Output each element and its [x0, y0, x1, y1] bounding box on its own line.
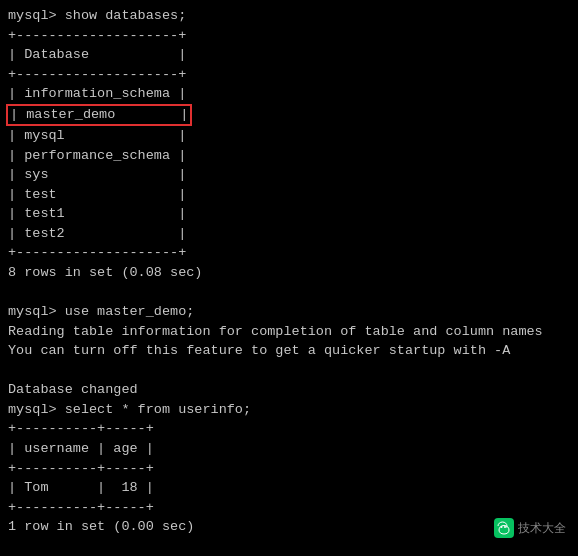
row-test1: | test1 |: [8, 204, 570, 224]
msg-reading-table: Reading table information for completion…: [8, 322, 570, 342]
highlighted-row: | master_demo |: [6, 104, 192, 126]
table-header: | Database |: [8, 45, 570, 65]
userinfo-divider-1: +----------+-----+: [8, 419, 570, 439]
cmd-show-databases: mysql> show databases;: [8, 6, 570, 26]
msg-database-changed: Database changed: [8, 380, 570, 400]
rows-in-set-1: 8 rows in set (0.08 sec): [8, 263, 570, 283]
terminal-window: mysql> show databases; +----------------…: [0, 0, 578, 556]
rows-in-set-2: 1 row in set (0.00 sec): [8, 517, 570, 537]
userinfo-divider-2: +----------+-----+: [8, 459, 570, 479]
table-divider-1: +--------------------+: [8, 26, 570, 46]
msg-turn-off: You can turn off this feature to get a q…: [8, 341, 570, 361]
row-mysql: | mysql |: [8, 126, 570, 146]
watermark-text: 技术大全: [518, 520, 566, 537]
row-test2: | test2 |: [8, 224, 570, 244]
cmd-use-master-demo: mysql> use master_demo;: [8, 302, 570, 322]
table-divider-2: +--------------------+: [8, 65, 570, 85]
table-divider-3: +--------------------+: [8, 243, 570, 263]
wechat-icon: [494, 518, 514, 538]
row-performance-schema: | performance_schema |: [8, 146, 570, 166]
svg-point-1: [504, 526, 506, 528]
terminal-output: mysql> show databases; +----------------…: [8, 6, 570, 556]
userinfo-divider-3: +----------+-----+: [8, 498, 570, 518]
userinfo-row-tom: | Tom | 18 |: [8, 478, 570, 498]
watermark: 技术大全: [494, 518, 566, 538]
cmd-select-userinfo: mysql> select * from userinfo;: [8, 400, 570, 420]
blank-1: [8, 283, 570, 303]
blank-2: [8, 361, 570, 381]
row-master-demo: | master_demo |: [8, 104, 570, 126]
row-information-schema: | information_schema |: [8, 84, 570, 104]
row-sys: | sys |: [8, 165, 570, 185]
userinfo-header: | username | age |: [8, 439, 570, 459]
row-test: | test |: [8, 185, 570, 205]
blank-3: [8, 537, 570, 556]
